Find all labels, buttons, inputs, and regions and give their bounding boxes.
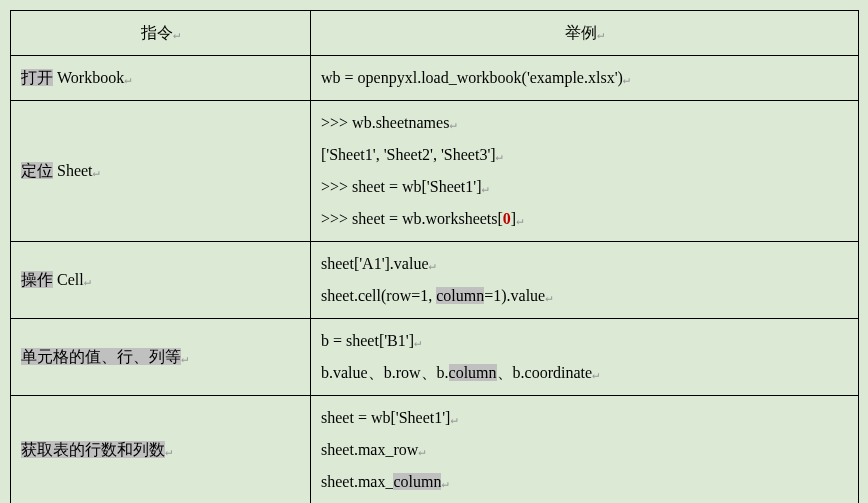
return-icon: ↵: [165, 444, 172, 458]
command-cell-text: Cell: [53, 271, 84, 288]
command-cell-text: Workbook: [53, 69, 124, 86]
example-cell: sheet = wb['Sheet1']↵sheet.max_row↵sheet…: [311, 396, 859, 504]
return-icon: ↵: [597, 27, 604, 41]
return-icon: ↵: [93, 165, 100, 179]
command-cell-text: 获取表的行数和列数: [21, 441, 165, 458]
table-row: 操作 Cell↵sheet['A1'].value↵sheet.cell(row…: [11, 242, 859, 319]
example-cell-text: column: [436, 287, 484, 304]
example-cell-line: sheet = wb['Sheet1']↵: [321, 402, 848, 434]
return-icon: ↵: [516, 213, 523, 227]
example-cell-text: b.value、b.row、b.: [321, 364, 449, 381]
return-icon: ↵: [450, 412, 457, 426]
example-cell-text: 0: [503, 210, 511, 227]
command-cell: 操作 Cell↵: [11, 242, 311, 319]
example-cell-line: b = sheet['B1']↵: [321, 325, 848, 357]
table-row: 定位 Sheet↵>>> wb.sheetnames↵['Sheet1', 'S…: [11, 101, 859, 242]
example-cell-text: sheet.cell(row=1,: [321, 287, 436, 304]
table-row: 单元格的值、行、列等↵b = sheet['B1']↵b.value、b.row…: [11, 319, 859, 396]
command-cell-line: 获取表的行数和列数↵: [21, 434, 300, 466]
return-icon: ↵: [592, 367, 599, 381]
example-cell-text: column: [393, 473, 441, 490]
example-cell-line: sheet.max_row↵: [321, 434, 848, 466]
table-row: 打开 Workbook↵wb = openpyxl.load_workbook(…: [11, 56, 859, 101]
example-cell-text: >>> sheet = wb['Sheet1']: [321, 178, 482, 195]
reference-table: 指令↵ 举例↵ 打开 Workbook↵wb = openpyxl.load_w…: [10, 10, 859, 503]
command-cell-line: 打开 Workbook↵: [21, 62, 300, 94]
example-cell-text: b = sheet['B1']: [321, 332, 414, 349]
command-cell-text: 定位: [21, 162, 53, 179]
command-cell: 打开 Workbook↵: [11, 56, 311, 101]
command-cell: 单元格的值、行、列等↵: [11, 319, 311, 396]
example-cell-text: 、b.coordinate: [497, 364, 593, 381]
command-cell-line: 操作 Cell↵: [21, 264, 300, 296]
example-cell-line: wb = openpyxl.load_workbook('example.xls…: [321, 62, 848, 94]
return-icon: ↵: [496, 149, 503, 163]
example-cell-line: sheet.cell(row=1, column=1).value↵: [321, 280, 848, 312]
header-command-text: 指令: [141, 24, 173, 41]
example-cell-line: ['Sheet1', 'Sheet2', 'Sheet3']↵: [321, 139, 848, 171]
return-icon: ↵: [84, 274, 91, 288]
return-icon: ↵: [623, 72, 630, 86]
return-icon: ↵: [418, 444, 425, 458]
header-command: 指令↵: [11, 11, 311, 56]
example-cell-line: >>> wb.sheetnames↵: [321, 107, 848, 139]
example-cell-text: =1).value: [484, 287, 545, 304]
example-cell: sheet['A1'].value↵sheet.cell(row=1, colu…: [311, 242, 859, 319]
example-cell-text: sheet.max_row: [321, 441, 418, 458]
command-cell-line: 单元格的值、行、列等↵: [21, 341, 300, 373]
header-example-text: 举例: [565, 24, 597, 41]
example-cell-text: sheet.max_: [321, 473, 393, 490]
example-cell-text: wb = openpyxl.load_workbook('example.xls…: [321, 69, 623, 86]
table-body: 打开 Workbook↵wb = openpyxl.load_workbook(…: [11, 56, 859, 504]
return-icon: ↵: [429, 258, 436, 272]
example-cell-line: sheet.max_column↵: [321, 466, 848, 498]
command-cell: 定位 Sheet↵: [11, 101, 311, 242]
command-cell-text: 操作: [21, 271, 53, 288]
example-cell: b = sheet['B1']↵b.value、b.row、b.column、b…: [311, 319, 859, 396]
command-cell-text: Sheet: [53, 162, 93, 179]
example-cell-text: >>> sheet = wb.worksheets[: [321, 210, 503, 227]
example-cell-line: >>> sheet = wb.worksheets[0]↵: [321, 203, 848, 235]
return-icon: ↵: [414, 335, 421, 349]
example-cell-text: sheet['A1'].value: [321, 255, 429, 272]
example-cell: >>> wb.sheetnames↵['Sheet1', 'Sheet2', '…: [311, 101, 859, 242]
return-icon: ↵: [181, 351, 188, 365]
example-cell: wb = openpyxl.load_workbook('example.xls…: [311, 56, 859, 101]
command-cell: 获取表的行数和列数↵: [11, 396, 311, 504]
table-row: 获取表的行数和列数↵sheet = wb['Sheet1']↵sheet.max…: [11, 396, 859, 504]
header-example: 举例↵: [311, 11, 859, 56]
example-cell-line: b.value、b.row、b.column、b.coordinate↵: [321, 357, 848, 389]
command-cell-line: 定位 Sheet↵: [21, 155, 300, 187]
return-icon: ↵: [441, 476, 448, 490]
return-icon: ↵: [124, 72, 131, 86]
return-icon: ↵: [173, 27, 180, 41]
example-cell-text: >>> wb.sheetnames: [321, 114, 449, 131]
command-cell-text: 单元格的值、行、列等: [21, 348, 181, 365]
return-icon: ↵: [545, 290, 552, 304]
command-cell-text: 打开: [21, 69, 53, 86]
example-cell-text: ['Sheet1', 'Sheet2', 'Sheet3']: [321, 146, 496, 163]
return-icon: ↵: [449, 117, 456, 131]
example-cell-text: column: [449, 364, 497, 381]
example-cell-line: >>> sheet = wb['Sheet1']↵: [321, 171, 848, 203]
example-cell-line: sheet['A1'].value↵: [321, 248, 848, 280]
return-icon: ↵: [482, 181, 489, 195]
example-cell-text: sheet = wb['Sheet1']: [321, 409, 450, 426]
